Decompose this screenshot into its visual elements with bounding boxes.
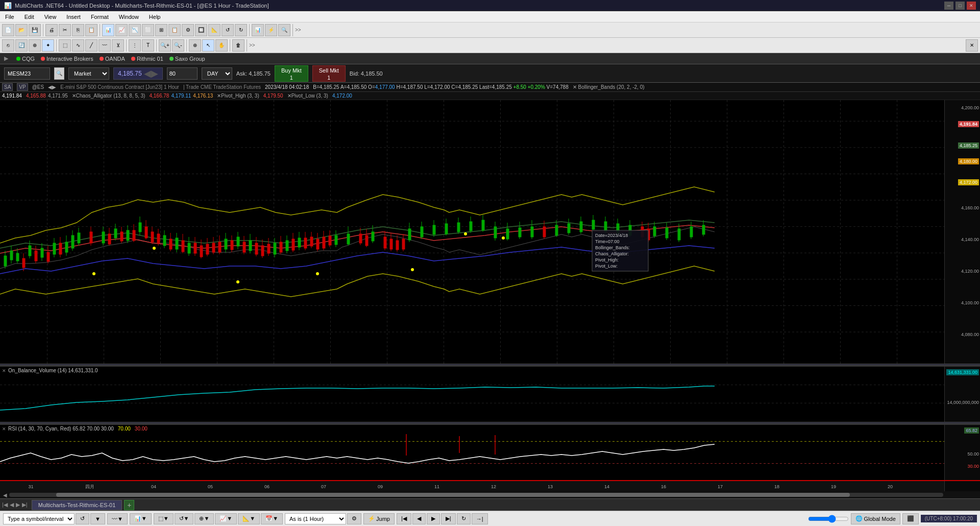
drawing-btn2[interactable]: ↺▼	[175, 513, 194, 524]
draw-btn5[interactable]: ⬚	[59, 39, 71, 52]
chart-btn2[interactable]: 📈	[115, 24, 128, 36]
strategy-btn[interactable]: ⚡	[265, 24, 277, 36]
broker-ib[interactable]: Interactive Brokers	[41, 56, 93, 62]
draw-btn1[interactable]: ⎋	[2, 39, 14, 52]
broker-rithmic[interactable]: Rithmic 01	[131, 56, 163, 62]
menu-file[interactable]: File	[2, 13, 17, 21]
chart-btn10[interactable]: ↺	[222, 24, 234, 36]
scroll-thumb[interactable]	[56, 493, 850, 497]
add-chart-tab[interactable]: +	[124, 500, 134, 510]
new-button[interactable]: 📄	[2, 24, 14, 36]
chart-btn5[interactable]: ⊞	[155, 24, 167, 36]
menu-insert[interactable]: Insert	[63, 13, 84, 21]
menu-help[interactable]: Help	[146, 13, 164, 21]
nav-btn3[interactable]: ▶	[427, 513, 440, 524]
nav-btn2[interactable]: ◀	[412, 513, 426, 524]
symbol-input[interactable]	[4, 67, 50, 80]
copy-button[interactable]: ⎘	[72, 24, 84, 36]
nav-btn6[interactable]: →|	[472, 513, 488, 524]
menu-edit[interactable]: Edit	[21, 13, 37, 21]
draw-btn3[interactable]: ⊕	[29, 39, 41, 52]
nav-next[interactable]: ▶	[16, 501, 20, 508]
draw-btn8[interactable]: 〰	[99, 39, 111, 52]
drawing-btn3[interactable]: ⊕▼	[194, 513, 214, 524]
menu-window[interactable]: Window	[116, 13, 142, 21]
chart-btn9[interactable]: 📐	[208, 24, 220, 36]
nav-btn1[interactable]: |◀	[397, 513, 411, 524]
nav-prev[interactable]: ◀	[10, 501, 14, 508]
interval-settings[interactable]: ⚙	[347, 513, 361, 524]
interval-select[interactable]: DAY GTC	[202, 67, 232, 80]
minimize-button[interactable]: ─	[944, 2, 953, 10]
drawing-btn6[interactable]: 📅▼	[261, 513, 283, 524]
fib-btn[interactable]: ⋮	[129, 39, 141, 52]
buy-market-button[interactable]: Buy Mkt1	[275, 65, 308, 82]
scanner-btn[interactable]: 🔍	[278, 24, 290, 36]
main-chart[interactable]: Date=2023/4/18 Time=07:00 Bollinger_Band…	[0, 100, 944, 364]
interval-select[interactable]: As is (1 Hour)	[285, 513, 346, 524]
global-mode-btn[interactable]: 🌐 Global Mode	[851, 513, 900, 524]
draw-btn7[interactable]: ╱	[85, 39, 97, 52]
arrows[interactable]: ◀▶	[48, 84, 56, 90]
close-button[interactable]: ✕	[967, 2, 976, 10]
side-panel-toggle[interactable]: ▶	[4, 55, 8, 62]
pointer-btn[interactable]: ↖	[202, 39, 214, 52]
jump-button[interactable]: ⚡ Jump	[363, 513, 395, 524]
drawing-btn1[interactable]: ⬚▼	[154, 513, 174, 524]
obv-close[interactable]: ✕	[2, 368, 6, 373]
save-button[interactable]: 💾	[29, 24, 41, 36]
hand-btn[interactable]: ✋	[215, 39, 228, 52]
crosshair-btn[interactable]: ⊕	[189, 39, 201, 52]
chart-btn3[interactable]: 📉	[129, 24, 141, 36]
more-draw[interactable]: >>	[249, 42, 255, 48]
pivotlow-close[interactable]: ✕	[287, 93, 291, 99]
sell-market-button[interactable]: Sell Mkt1	[312, 65, 346, 82]
open-button[interactable]: 📂	[15, 24, 28, 36]
nav-last[interactable]: ▶|	[22, 501, 28, 508]
pivothigh-close[interactable]: ✕	[217, 93, 221, 99]
broker-saxo[interactable]: Saxo Group	[169, 56, 205, 62]
chart-btn11[interactable]: ↻	[235, 24, 247, 36]
symbol-search-button[interactable]: 🔍	[54, 67, 64, 80]
bar-type-btn[interactable]: 📊▼	[130, 513, 152, 524]
chart-btn6[interactable]: 📋	[168, 24, 181, 36]
zoom-in-btn[interactable]: 🔍+	[159, 39, 171, 52]
delete-btn[interactable]: 🗑	[232, 39, 244, 52]
line-type-btn[interactable]: 〰▼	[107, 513, 128, 524]
cut-button[interactable]: ✂	[59, 24, 71, 36]
scroll-left[interactable]: ◀	[1, 492, 9, 498]
draw-btn6[interactable]: ∿	[72, 39, 84, 52]
draw-btn9[interactable]: ⊻	[112, 39, 124, 52]
draw-btn4[interactable]: ✦	[42, 39, 54, 52]
replay-refresh[interactable]: ↺	[76, 513, 89, 524]
replay-dropdown[interactable]: ▼	[90, 513, 105, 524]
nav-btn5[interactable]: ↻	[457, 513, 471, 524]
chart-tab-1[interactable]: Multicharts-Test-Rithmic-ES-01	[32, 500, 122, 510]
chart-btn8[interactable]: 🔲	[195, 24, 207, 36]
rsi-close[interactable]: ✕	[2, 426, 6, 432]
rsi-chart[interactable]: ✕ RSI (14, 30, 70, Cyan, Red) 65.82 70.0…	[0, 425, 944, 480]
chart-type-vp[interactable]: VP	[17, 83, 28, 91]
scroll-track[interactable]	[9, 493, 943, 497]
more-tools[interactable]: >>	[295, 27, 301, 33]
right-close[interactable]: ✕	[966, 39, 978, 52]
indicator-btn[interactable]: 📊	[252, 24, 264, 36]
chart-btn4[interactable]: ⬜	[142, 24, 154, 36]
replay-select[interactable]: Type a symbol/interval	[3, 513, 75, 524]
horizontal-scrollbar[interactable]: ◀	[0, 491, 980, 498]
expand-btn[interactable]: ⬛	[902, 513, 919, 524]
drawing-btn4[interactable]: 📈▼	[215, 513, 237, 524]
nav-first[interactable]: |◀	[2, 501, 8, 508]
menu-view[interactable]: View	[41, 13, 60, 21]
draw-btn2[interactable]: 🔄	[15, 39, 28, 52]
drawing-btn5[interactable]: 📐▼	[238, 513, 260, 524]
restore-button[interactable]: □	[955, 2, 965, 10]
chart-mode-sa[interactable]: SA	[2, 83, 13, 91]
broker-oanda[interactable]: OANDA	[100, 56, 125, 62]
alligator-close[interactable]: ✕	[72, 93, 76, 99]
zoom-slider[interactable]	[808, 515, 849, 523]
paste-button[interactable]: 📋	[85, 24, 97, 36]
obv-chart[interactable]: ✕ On_Balance_Volume (14) 14,631,331.0	[0, 367, 944, 422]
chart-btn7[interactable]: ⚙	[182, 24, 194, 36]
print-button[interactable]: 🖨	[45, 24, 58, 36]
